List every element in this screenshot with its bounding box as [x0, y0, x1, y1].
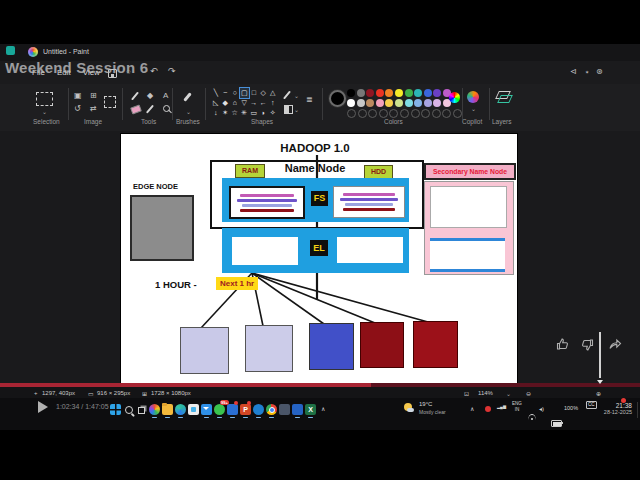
notification-badge[interactable] — [621, 398, 626, 403]
taskbar-app-icon[interactable] — [188, 404, 199, 415]
color-swatch[interactable] — [433, 89, 441, 97]
weather-temp[interactable]: 19°C — [419, 401, 432, 407]
thumbs-down-icon[interactable] — [580, 338, 594, 352]
volume-icon[interactable]: ◂) — [539, 405, 544, 412]
shape-tool[interactable]: ▭ — [249, 108, 259, 118]
empty-color-slot[interactable] — [379, 109, 388, 118]
copilot-dropdown-icon[interactable]: ⌄ — [471, 105, 476, 112]
fit-to-window-icon[interactable]: ⊡ — [464, 390, 469, 397]
fill-dropdown-icon[interactable]: ⌄ — [294, 106, 299, 113]
shape-tool[interactable]: ↑ — [268, 98, 278, 108]
shape-tool[interactable]: → — [249, 98, 259, 108]
undo-icon[interactable]: ↶ — [150, 67, 158, 76]
empty-color-slot[interactable] — [347, 109, 356, 118]
color-swatch[interactable] — [424, 99, 432, 107]
clock-block[interactable]: 21:38 28-12-2025 — [598, 402, 632, 415]
fill-bucket-icon[interactable]: ◆ — [147, 92, 153, 100]
color-swatch[interactable] — [424, 89, 432, 97]
copilot-icon[interactable] — [467, 91, 479, 103]
signal-tray-icon[interactable]: ▂▄▆ — [497, 404, 506, 409]
image-select-icon[interactable] — [104, 96, 116, 108]
video-progress-bar[interactable] — [0, 383, 640, 387]
color-swatch[interactable] — [357, 89, 365, 97]
magnifier-icon[interactable] — [163, 105, 170, 112]
color-swatch[interactable] — [366, 89, 374, 97]
color-swatch[interactable] — [395, 89, 403, 97]
color-swatch[interactable] — [395, 99, 403, 107]
crop-icon[interactable]: ▣ — [74, 92, 82, 100]
selection-tool[interactable] — [36, 92, 53, 106]
shape-tool[interactable]: ◺ — [211, 98, 221, 108]
empty-color-slot[interactable] — [453, 109, 462, 118]
taskbar-app-icon[interactable] — [201, 404, 212, 415]
share-icon[interactable] — [608, 337, 622, 351]
zoom-level[interactable]: 114% — [478, 390, 493, 396]
taskbar-app-icon[interactable] — [305, 404, 316, 415]
flip-icon[interactable]: ⇄ — [90, 105, 97, 113]
play-button[interactable] — [38, 401, 48, 413]
weather-icon[interactable] — [404, 403, 412, 411]
eraser-icon[interactable] — [130, 105, 142, 115]
color-swatch[interactable] — [385, 89, 393, 97]
outline-dropdown-icon[interactable]: ⌄ — [294, 92, 299, 99]
shape-tool[interactable]: ~ — [221, 88, 231, 98]
empty-color-slot[interactable] — [411, 109, 420, 118]
shape-tool[interactable]: ◇ — [259, 88, 269, 98]
captions-badge[interactable]: CC — [586, 401, 597, 409]
weather-desc[interactable]: Mostly clear — [419, 409, 446, 415]
tray-chevron-icon[interactable]: ∧ — [470, 405, 474, 412]
empty-color-slot[interactable] — [432, 109, 441, 118]
taskbar-app-icon[interactable] — [279, 404, 290, 415]
battery-icon[interactable] — [551, 420, 562, 427]
shape-tool[interactable]: ╲ — [211, 88, 221, 98]
shape-tool[interactable]: ◆ — [221, 98, 231, 108]
shape-fill-icon[interactable] — [284, 105, 293, 114]
current-color-swatch[interactable] — [329, 90, 346, 107]
zoom-dropdown-icon[interactable]: ⌄ — [506, 390, 511, 397]
shape-outline-icon[interactable] — [283, 91, 291, 100]
taskbar-app-icon[interactable] — [227, 404, 238, 415]
taskbar-app-icon[interactable] — [292, 404, 303, 415]
pencil-icon[interactable] — [131, 92, 139, 101]
color-picker-icon[interactable] — [146, 105, 154, 114]
settings-gear-icon[interactable]: ⊛ — [596, 68, 603, 76]
taskbar-app-icon[interactable] — [240, 404, 251, 415]
language-indicator[interactable]: ENG IN — [512, 401, 522, 412]
color-swatch[interactable] — [385, 99, 393, 107]
shape-tool[interactable]: ← — [259, 98, 269, 108]
show-desktop-divider[interactable] — [637, 402, 638, 418]
taskbar-app-icon[interactable] — [266, 404, 277, 415]
color-swatch[interactable] — [376, 89, 384, 97]
empty-color-slot[interactable] — [421, 109, 430, 118]
text-tool-icon[interactable]: A — [163, 92, 168, 100]
shape-tool[interactable]: ▽ — [240, 98, 250, 108]
color-swatch[interactable] — [405, 89, 413, 97]
thumbs-up-icon[interactable] — [556, 337, 570, 351]
rotate-icon[interactable]: ↺ — [74, 105, 81, 113]
empty-color-slot[interactable] — [442, 109, 451, 118]
shape-tool[interactable]: ✧ — [268, 108, 278, 118]
overflow-chevron-icon[interactable]: ∧ — [321, 405, 325, 412]
color-swatch[interactable] — [357, 99, 365, 107]
taskbar-app-icon[interactable] — [175, 404, 186, 415]
color-swatch[interactable] — [366, 99, 374, 107]
taskbar-app-icon[interactable] — [136, 404, 147, 415]
antivirus-tray-icon[interactable] — [485, 406, 491, 412]
shape-tool[interactable]: ⌂ — [230, 98, 240, 108]
brush-icon[interactable] — [183, 92, 192, 102]
selection-dropdown-icon[interactable]: ⌄ — [42, 108, 47, 115]
resize-icon[interactable]: ⊞ — [90, 92, 97, 100]
stroke-width-icon[interactable]: ≣ — [306, 96, 313, 104]
wifi-icon[interactable] — [528, 414, 536, 420]
shape-tool[interactable]: ↓ — [211, 108, 221, 118]
shape-tool[interactable]: ✶ — [221, 108, 231, 118]
color-swatch[interactable] — [347, 99, 355, 107]
empty-color-slot[interactable] — [389, 109, 398, 118]
taskbar-app-icon[interactable] — [123, 404, 134, 415]
taskbar-app-icon[interactable] — [149, 404, 160, 415]
empty-color-slot[interactable] — [358, 109, 367, 118]
shape-tool[interactable]: □ — [249, 88, 259, 98]
zoom-out-icon[interactable]: ⊖ — [526, 390, 531, 397]
taskbar-app-icon[interactable] — [214, 404, 225, 415]
edit-colors-icon[interactable] — [449, 92, 460, 103]
